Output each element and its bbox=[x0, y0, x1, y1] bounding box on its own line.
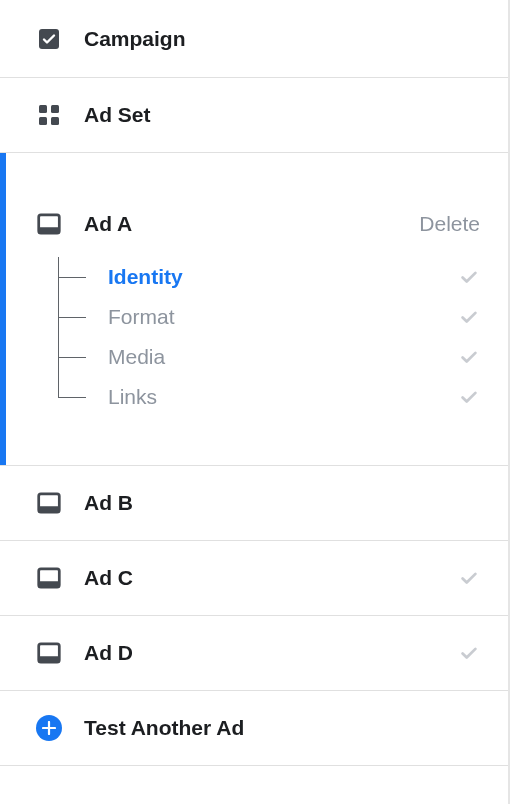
ad-title: Ad D bbox=[84, 641, 133, 665]
nav-item-adset[interactable]: Ad Set bbox=[0, 78, 508, 153]
ad-item-d[interactable]: Ad D bbox=[0, 616, 508, 691]
checkmark-icon bbox=[458, 346, 480, 368]
svg-rect-3 bbox=[39, 117, 47, 125]
svg-rect-10 bbox=[39, 581, 60, 587]
section-format[interactable]: Format bbox=[48, 297, 480, 337]
svg-rect-8 bbox=[39, 506, 60, 512]
svg-rect-2 bbox=[51, 105, 59, 113]
campaign-checkbox-icon bbox=[36, 27, 62, 51]
ad-title: Ad B bbox=[84, 491, 133, 515]
section-links[interactable]: Links bbox=[48, 377, 480, 417]
ad-title: Ad C bbox=[84, 566, 133, 590]
section-media[interactable]: Media bbox=[48, 337, 480, 377]
section-label: Media bbox=[108, 345, 165, 369]
section-label: Identity bbox=[108, 265, 183, 289]
ad-icon bbox=[36, 565, 62, 591]
ads-nav-panel: Campaign Ad Set Ad A Delete bbox=[0, 0, 510, 804]
ad-item-b[interactable]: Ad B bbox=[0, 466, 508, 541]
svg-rect-4 bbox=[51, 117, 59, 125]
svg-rect-1 bbox=[39, 105, 47, 113]
checkmark-icon bbox=[458, 642, 480, 664]
ad-item-a-expanded: Ad A Delete Identity Format Medi bbox=[0, 153, 508, 466]
checkmark-icon bbox=[458, 386, 480, 408]
plus-icon bbox=[36, 715, 62, 741]
ad-item-c[interactable]: Ad C bbox=[0, 541, 508, 616]
section-label: Format bbox=[108, 305, 175, 329]
nav-label-campaign: Campaign bbox=[84, 27, 186, 51]
svg-rect-12 bbox=[39, 656, 60, 662]
ad-a-sections-tree: Identity Format Media bbox=[48, 257, 480, 417]
ad-icon bbox=[36, 640, 62, 666]
ad-a-title: Ad A bbox=[84, 212, 132, 236]
section-label: Links bbox=[108, 385, 157, 409]
ad-icon bbox=[36, 211, 62, 237]
section-identity[interactable]: Identity bbox=[48, 257, 480, 297]
checkmark-icon bbox=[458, 567, 480, 589]
adset-grid-icon bbox=[36, 103, 62, 127]
test-another-ad-label: Test Another Ad bbox=[84, 716, 244, 740]
tree-connector-icon bbox=[48, 377, 100, 417]
checkmark-icon bbox=[458, 306, 480, 328]
ad-icon bbox=[36, 490, 62, 516]
nav-item-campaign[interactable]: Campaign bbox=[0, 0, 508, 78]
ad-a-header[interactable]: Ad A Delete bbox=[36, 153, 480, 253]
test-another-ad-button[interactable]: Test Another Ad bbox=[0, 691, 508, 766]
tree-connector-icon bbox=[48, 297, 100, 337]
tree-connector-icon bbox=[48, 337, 100, 377]
delete-button[interactable]: Delete bbox=[419, 212, 480, 236]
checkmark-icon bbox=[458, 266, 480, 288]
nav-label-adset: Ad Set bbox=[84, 103, 151, 127]
tree-connector-icon bbox=[48, 257, 100, 297]
svg-rect-6 bbox=[39, 227, 60, 233]
